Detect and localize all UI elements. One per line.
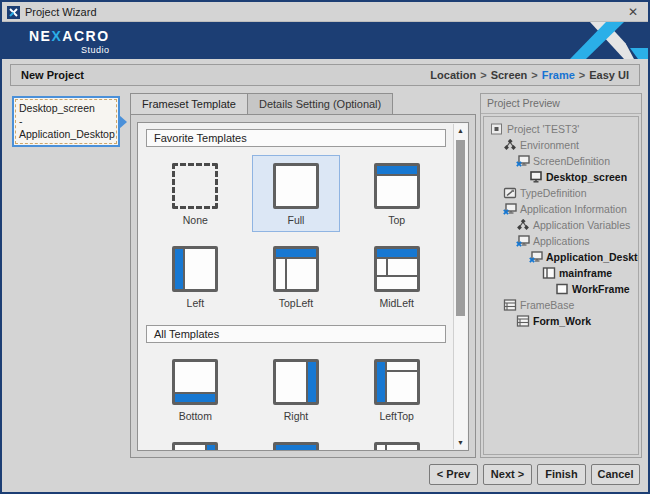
template-thumbnail-right-icon bbox=[273, 359, 319, 405]
template-group-header: Favorite Templates bbox=[146, 129, 446, 147]
template-scrollbar[interactable]: ▲ ▼ bbox=[453, 124, 467, 449]
scroll-down-icon[interactable]: ▼ bbox=[454, 436, 467, 449]
tree-node-applications[interactable]: Applications bbox=[484, 233, 638, 249]
tree-node-label: ScreenDefinition bbox=[533, 155, 610, 167]
template-thumbnail-leftcol-bottom-icon bbox=[374, 442, 420, 450]
template-item-top-rightcol[interactable] bbox=[252, 434, 340, 450]
template-group-header: All Templates bbox=[146, 325, 446, 343]
template-list-box: Favorite TemplatesNoneFullTopLeftTopLeft… bbox=[137, 122, 469, 451]
project-preview-panel: Project Preview Project 'TEST3'Environme… bbox=[480, 93, 642, 458]
template-label: Bottom bbox=[152, 410, 238, 422]
template-list-content: Favorite TemplatesNoneFullTopLeftTopLeft… bbox=[145, 127, 447, 450]
monitor-x-icon bbox=[503, 203, 517, 215]
scroll-up-icon[interactable]: ▲ bbox=[454, 124, 467, 137]
content-area: Desktop_screen - Application_Desktop Fra… bbox=[12, 93, 638, 458]
cancel-button[interactable]: Cancel bbox=[591, 464, 640, 485]
template-label: MidLeft bbox=[354, 297, 440, 309]
tab-details-setting[interactable]: Details Setting (Optional) bbox=[248, 93, 393, 114]
frameset-panel-body: Favorite TemplatesNoneFullTopLeftTopLeft… bbox=[130, 114, 476, 458]
template-item-midleft[interactable]: MidLeft bbox=[353, 238, 441, 315]
tree-node-label: TypeDefinition bbox=[520, 187, 587, 199]
template-thumbnail-none-icon bbox=[172, 163, 218, 209]
screen-list-panel: Desktop_screen - Application_Desktop bbox=[12, 93, 128, 458]
nodes-icon bbox=[516, 219, 530, 231]
tree-node-label: Application_Desktop bbox=[546, 251, 639, 263]
template-thumbnail-lefttop-icon bbox=[374, 359, 420, 405]
template-item-top[interactable]: Top bbox=[353, 155, 441, 232]
prev-button[interactable]: < Prev bbox=[429, 464, 478, 485]
template-item-full[interactable]: Full bbox=[252, 155, 340, 232]
grid-icon bbox=[503, 299, 517, 311]
breadcrumb: Location>Screen>Frame>Easy UI bbox=[430, 69, 629, 81]
monitor-x-icon bbox=[516, 235, 530, 247]
template-thumbnail-topleft-icon bbox=[273, 246, 319, 292]
tree-node-label: FrameBase bbox=[520, 299, 574, 311]
template-label: TopLeft bbox=[253, 297, 339, 309]
tree-node-label: Environment bbox=[520, 139, 579, 151]
template-item-lefttop[interactable]: LeftTop bbox=[353, 351, 441, 428]
breadcrumb-separator: > bbox=[579, 69, 585, 81]
template-label: Left bbox=[152, 297, 238, 309]
template-item-bottom[interactable]: Bottom bbox=[151, 351, 239, 428]
grid-icon bbox=[516, 315, 530, 327]
template-grid: BottomRightLeftTop bbox=[145, 351, 447, 450]
nexacro-logo: NEXACRO Studio bbox=[29, 28, 110, 55]
tree-node-label: Project 'TEST3' bbox=[507, 123, 579, 135]
breadcrumb-separator: > bbox=[480, 69, 486, 81]
tree-node-desktop-screen[interactable]: Desktop_screen bbox=[484, 169, 638, 185]
logo-subtitle: Studio bbox=[29, 45, 110, 55]
tab-frameset-template[interactable]: Frameset Template bbox=[130, 93, 248, 114]
tree-node-label: WorkFrame bbox=[572, 283, 630, 295]
template-thumbnail-midleft-icon bbox=[374, 246, 420, 292]
finish-button[interactable]: Finish bbox=[537, 464, 586, 485]
tree-node-screendefinition[interactable]: ScreenDefinition bbox=[484, 153, 638, 169]
template-label: Top bbox=[354, 214, 440, 226]
template-item-right[interactable]: Right bbox=[252, 351, 340, 428]
breadcrumb-item-easy-ui[interactable]: Easy UI bbox=[589, 69, 629, 81]
next-button[interactable]: Next > bbox=[483, 464, 532, 485]
close-icon[interactable]: ✕ bbox=[622, 5, 644, 19]
nexacro-x-mark-icon bbox=[570, 22, 648, 59]
template-item-leftcol-bottom[interactable] bbox=[353, 434, 441, 450]
tree-node-form-work[interactable]: Form_Work bbox=[484, 313, 638, 329]
project-preview-tree: Project 'TEST3'EnvironmentScreenDefiniti… bbox=[483, 116, 639, 455]
titlebar: Project Wizard ✕ bbox=[2, 2, 648, 22]
application-name: - Application_Desktop bbox=[19, 115, 113, 141]
template-item-rightcol-topstrip[interactable] bbox=[151, 434, 239, 450]
monitor-x-icon bbox=[529, 251, 543, 263]
tree-node-typedefinition[interactable]: TypeDefinition bbox=[484, 185, 638, 201]
template-item-left[interactable]: Left bbox=[151, 238, 239, 315]
selected-item-arrow-icon bbox=[119, 115, 127, 129]
breadcrumb-item-screen[interactable]: Screen bbox=[491, 69, 528, 81]
monitor-icon bbox=[529, 171, 543, 183]
template-item-none[interactable]: None bbox=[151, 155, 239, 232]
brand-header: NEXACRO Studio bbox=[2, 22, 648, 59]
nodes-icon bbox=[503, 139, 517, 151]
frame-split-icon bbox=[542, 267, 556, 279]
page-title: New Project bbox=[21, 69, 84, 81]
breadcrumb-item-frame[interactable]: Frame bbox=[542, 69, 575, 81]
template-thumbnail-top-icon bbox=[374, 163, 420, 209]
tree-node-label: Application Information bbox=[520, 203, 627, 215]
tree-node-label: Application Variables bbox=[533, 219, 630, 231]
tab-strip: Frameset Template Details Setting (Optio… bbox=[130, 93, 476, 114]
wizard-step-bar: New Project Location>Screen>Frame>Easy U… bbox=[10, 64, 640, 86]
tree-node-label: Desktop_screen bbox=[546, 171, 627, 183]
tree-node-label: Applications bbox=[533, 235, 590, 247]
tree-node-framebase[interactable]: FrameBase bbox=[484, 297, 638, 313]
typedef-icon bbox=[503, 187, 517, 199]
tree-node-application-information[interactable]: Application Information bbox=[484, 201, 638, 217]
monitor-x-icon bbox=[516, 155, 530, 167]
template-item-topleft[interactable]: TopLeft bbox=[252, 238, 340, 315]
project-wizard-dialog: Project Wizard ✕ NEXACRO Studio New Proj… bbox=[0, 0, 650, 494]
tree-node-workframe[interactable]: WorkFrame bbox=[484, 281, 638, 297]
scrollbar-thumb[interactable] bbox=[456, 140, 465, 316]
screen-list-item-desktop[interactable]: Desktop_screen - Application_Desktop bbox=[12, 96, 120, 147]
tree-node-application-variables[interactable]: Application Variables bbox=[484, 217, 638, 233]
tree-node-mainframe[interactable]: mainframe bbox=[484, 265, 638, 281]
tree-node-application-desktop[interactable]: Application_Desktop bbox=[484, 249, 638, 265]
tree-node-environment[interactable]: Environment bbox=[484, 137, 638, 153]
tree-node-project-test3-[interactable]: Project 'TEST3' bbox=[484, 121, 638, 137]
template-thumbnail-left-icon bbox=[172, 246, 218, 292]
breadcrumb-item-location[interactable]: Location bbox=[430, 69, 476, 81]
